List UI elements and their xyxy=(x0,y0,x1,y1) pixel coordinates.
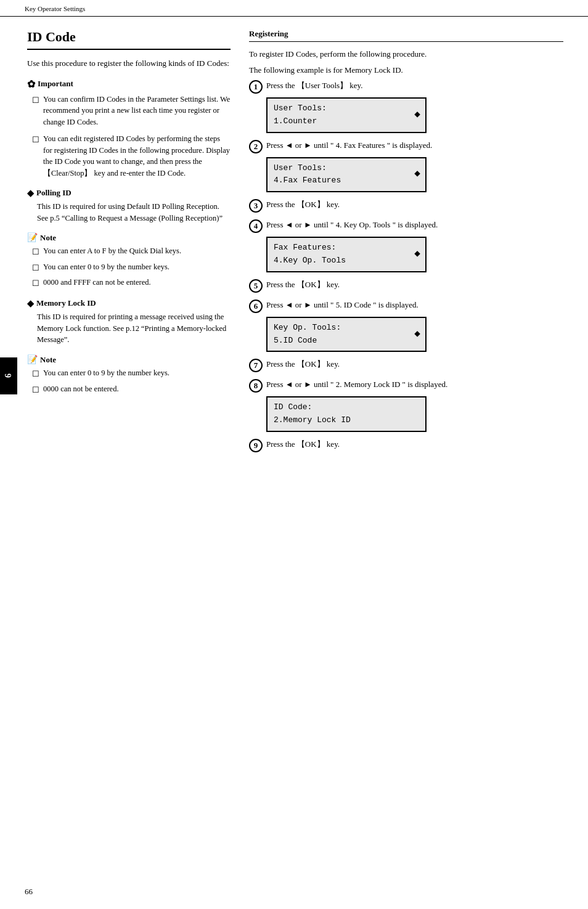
list-item: ☐ You can confirm ID Codes in the Parame… xyxy=(32,94,231,128)
step-instruction: Press the 【OK】 key. xyxy=(266,358,340,370)
section-title: ID Code xyxy=(27,29,231,50)
lcd-scroll-arrow: ◆ xyxy=(414,167,420,183)
list-item: ☐ You can enter A to F by the Quick Dial… xyxy=(32,245,231,258)
step-9: 9Press the 【OK】 key. xyxy=(249,438,563,452)
note-icon: 📝 xyxy=(27,232,38,243)
memory-lock-id-text: This ID is required for printing a messa… xyxy=(27,311,231,346)
content-area: ID Code Use this procedure to register t… xyxy=(0,17,588,909)
step-instruction: Press the 【OK】 key. xyxy=(266,279,340,291)
note2-items: ☐ You can enter 0 to 9 by the number key… xyxy=(27,367,231,396)
lcd-display: Fax Features:4.Key Op. Tools◆ xyxy=(266,237,427,272)
step-header: 3Press the 【OK】 key. xyxy=(249,198,563,213)
step-5: 5Press the 【OK】 key. xyxy=(249,279,563,293)
step-header: 4Press ◄ or ► until " 4. Key Op. Tools "… xyxy=(249,219,563,233)
step-instruction: Press ◄ or ► until " 4. Key Op. Tools " … xyxy=(266,219,438,231)
reg-intro2: The following example is for Memory Lock… xyxy=(249,64,563,76)
lcd-display: User Tools:1.Counter◆ xyxy=(266,97,427,133)
step-header: 6Press ◄ or ► until " 5. ID Code " is di… xyxy=(249,299,563,313)
memory-lock-id-title: ◆ Memory Lock ID xyxy=(27,298,231,309)
step-number-circle: 9 xyxy=(249,439,263,452)
step-number-circle: 2 xyxy=(249,140,263,153)
steps-container: 1Press the 【User Tools】 key.User Tools:1… xyxy=(249,79,563,452)
step-4: 4Press ◄ or ► until " 4. Key Op. Tools "… xyxy=(249,219,563,272)
step-header: 5Press the 【OK】 key. xyxy=(249,279,563,293)
list-item: ☐ You can enter 0 to 9 by the number key… xyxy=(32,261,231,274)
step-2: 2Press ◄ or ► until " 4. Fax Features " … xyxy=(249,139,563,193)
lcd-scroll-arrow: ◆ xyxy=(414,107,420,123)
step-number-circle: 7 xyxy=(249,359,263,372)
note1-items: ☐ You can enter A to F by the Quick Dial… xyxy=(27,245,231,290)
step-number-circle: 8 xyxy=(249,379,263,393)
page-number: 66 xyxy=(25,887,33,897)
lcd-line: ID Code: xyxy=(274,401,419,414)
step-1: 1Press the 【User Tools】 key.User Tools:1… xyxy=(249,79,563,133)
lcd-display: Key Op. Tools:5.ID Code◆ xyxy=(266,317,427,353)
step-instruction: Press the 【OK】 key. xyxy=(266,198,340,211)
checkbox-icon: ☐ xyxy=(32,246,39,258)
checkbox-icon: ☐ xyxy=(32,277,39,290)
important-items: ☐ You can confirm ID Codes in the Parame… xyxy=(27,94,231,179)
lcd-line: User Tools: xyxy=(274,102,419,115)
important-icon: ✿ xyxy=(27,78,35,90)
checkbox-icon: ☐ xyxy=(32,134,39,146)
checkbox-icon: ☐ xyxy=(32,384,39,396)
registering-title: Registering xyxy=(249,29,563,42)
important-title: ✿ Important xyxy=(27,78,231,90)
lcd-display: ID Code:2.Memory Lock ID xyxy=(266,396,427,432)
step-header: 2Press ◄ or ► until " 4. Fax Features " … xyxy=(249,139,563,153)
note1-title: 📝 Note xyxy=(27,232,231,243)
lcd-line: 4.Key Op. Tools xyxy=(274,255,419,267)
checkbox-icon: ☐ xyxy=(32,368,39,380)
step-header: 1Press the 【User Tools】 key. xyxy=(249,79,563,94)
important-box: ✿ Important ☐ You can confirm ID Codes i… xyxy=(27,78,231,179)
top-bar: Key Operator Settings xyxy=(0,0,588,17)
step-3: 3Press the 【OK】 key. xyxy=(249,198,563,213)
checkbox-icon: ☐ xyxy=(32,94,39,107)
reg-intro1: To register ID Codes, perform the follow… xyxy=(249,48,563,60)
left-column: ID Code Use this procedure to register t… xyxy=(27,29,231,884)
step-8: 8Press ◄ or ► until " 2. Memory Lock ID … xyxy=(249,378,563,432)
step-header: 7Press the 【OK】 key. xyxy=(249,358,563,372)
list-item: ☐ 0000 and FFFF can not be entered. xyxy=(32,277,231,290)
step-header: 8Press ◄ or ► until " 2. Memory Lock ID … xyxy=(249,378,563,393)
step-7: 7Press the 【OK】 key. xyxy=(249,358,563,372)
step-instruction: Press the 【User Tools】 key. xyxy=(266,79,363,92)
top-bar-text: Key Operator Settings xyxy=(25,5,85,12)
note2-title: 📝 Note xyxy=(27,354,231,365)
step-header: 9Press the 【OK】 key. xyxy=(249,438,563,452)
note1-box: 📝 Note ☐ You can enter A to F by the Qui… xyxy=(27,232,231,290)
intro-text: Use this procedure to register the follo… xyxy=(27,57,231,70)
lcd-scroll-arrow: ◆ xyxy=(414,327,420,343)
lcd-line: User Tools: xyxy=(274,162,419,175)
chapter-tab: 6 xyxy=(0,357,17,394)
step-6: 6Press ◄ or ► until " 5. ID Code " is di… xyxy=(249,299,563,353)
lcd-display: User Tools:4.Fax Features◆ xyxy=(266,157,427,193)
list-item: ☐ You can enter 0 to 9 by the number key… xyxy=(32,367,231,380)
lcd-scroll-arrow: ◆ xyxy=(414,247,420,263)
diamond-icon: ◆ xyxy=(27,188,34,198)
lcd-line: 1.Counter xyxy=(274,115,419,128)
lcd-line: 4.Fax Features xyxy=(274,174,419,187)
note2-box: 📝 Note ☐ You can enter 0 to 9 by the num… xyxy=(27,354,231,396)
step-instruction: Press ◄ or ► until " 4. Fax Features " i… xyxy=(266,139,432,152)
step-instruction: Press ◄ or ► until " 5. ID Code " is dis… xyxy=(266,299,419,311)
polling-id-text: This ID is required for using Default ID… xyxy=(27,201,231,224)
lcd-line: Key Op. Tools: xyxy=(274,322,419,335)
page: Key Operator Settings 6 ID Code Use this… xyxy=(0,0,588,909)
lcd-line: Fax Features: xyxy=(274,242,419,255)
step-instruction: Press ◄ or ► until " 2. Memory Lock ID "… xyxy=(266,378,447,391)
step-number-circle: 6 xyxy=(249,300,263,313)
lcd-line: 2.Memory Lock ID xyxy=(274,414,419,427)
step-instruction: Press the 【OK】 key. xyxy=(266,438,340,450)
polling-id-section: ◆ Polling ID This ID is required for usi… xyxy=(27,188,231,224)
lcd-line: 5.ID Code xyxy=(274,335,419,348)
step-number-circle: 5 xyxy=(249,279,263,293)
right-column: Registering To register ID Codes, perfor… xyxy=(249,29,563,884)
polling-id-title: ◆ Polling ID xyxy=(27,188,231,198)
diamond-icon: ◆ xyxy=(27,298,34,309)
step-number-circle: 3 xyxy=(249,199,263,213)
step-number-circle: 1 xyxy=(249,80,263,94)
checkbox-icon: ☐ xyxy=(32,262,39,274)
memory-lock-id-section: ◆ Memory Lock ID This ID is required for… xyxy=(27,298,231,346)
note-icon: 📝 xyxy=(27,354,38,365)
